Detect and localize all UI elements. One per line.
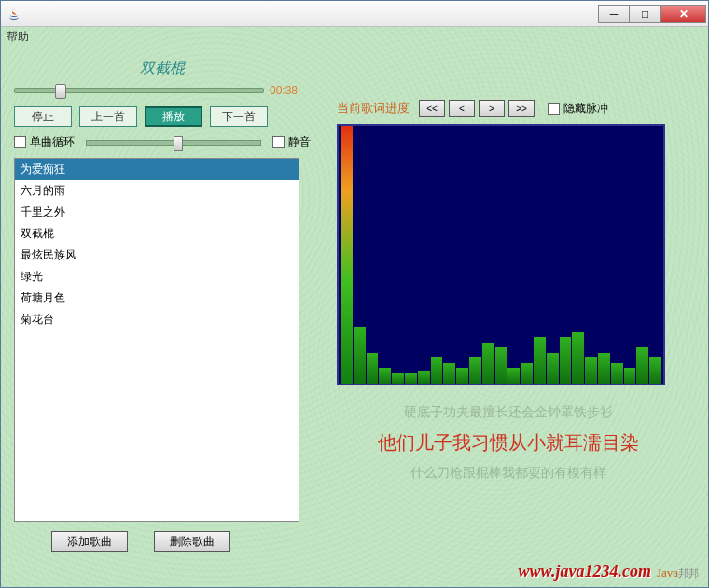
checkbox-icon xyxy=(272,136,285,148)
spectrum-bar xyxy=(534,337,546,384)
minimize-button[interactable]: ─ xyxy=(598,5,630,23)
spectrum-bar xyxy=(507,368,520,384)
playlist-item[interactable]: 千里之外 xyxy=(15,202,299,223)
hide-pulse-label: 隐藏脉冲 xyxy=(563,101,608,117)
hide-pulse-checkbox[interactable]: 隐藏脉冲 xyxy=(548,101,608,117)
playlist-item[interactable]: 六月的雨 xyxy=(15,180,299,202)
spectrum-bar xyxy=(572,332,584,384)
right-pane: 当前歌词进度 << < > >> 隐藏脉冲 硬底子功夫最擅长还会金钟罩铁步衫 他… xyxy=(337,98,680,491)
play-button[interactable]: 播放 xyxy=(145,106,202,127)
volume-slider[interactable] xyxy=(86,140,261,146)
spectrum-bar xyxy=(495,347,507,384)
lyrics-display: 硬底子功夫最擅长还会金钟罩铁步衫 他们儿子我习惯从小就耳濡目染 什么刀枪跟棍棒我… xyxy=(337,404,680,482)
stop-button[interactable]: 停止 xyxy=(14,106,72,127)
watermark-logo-suffix: 邦邦 xyxy=(678,567,699,579)
lyric-prev: 硬底子功夫最擅长还会金钟罩铁步衫 xyxy=(337,404,680,421)
checkbox-icon xyxy=(14,136,26,148)
add-song-button[interactable]: 添加歌曲 xyxy=(51,531,128,552)
mute-label: 静音 xyxy=(288,134,311,150)
spectrum-bar xyxy=(379,368,391,384)
spectrum-bar xyxy=(585,357,597,384)
spectrum-bar xyxy=(341,126,353,384)
spectrum-bar xyxy=(482,343,494,384)
remove-song-button[interactable]: 删除歌曲 xyxy=(154,531,230,552)
playlist-item[interactable]: 双截棍 xyxy=(15,223,299,245)
spectrum-bar xyxy=(560,337,572,384)
spectrum-bar xyxy=(456,368,468,384)
spectrum-bar xyxy=(598,353,610,384)
elapsed-time: 00:38 xyxy=(270,84,311,97)
playlist-item[interactable]: 菊花台 xyxy=(15,309,299,330)
lyric-next: 什么刀枪跟棍棒我都耍的有模有样 xyxy=(337,465,680,482)
titlebar: ─ □ ✕ xyxy=(1,1,708,27)
playlist-item[interactable]: 荷塘月色 xyxy=(15,287,299,309)
left-pane: 双截棍 00:38 停止 上一首 播放 下一首 单曲循环 xyxy=(14,59,311,552)
java-icon xyxy=(7,7,21,21)
lyrics-first-button[interactable]: << xyxy=(419,100,445,117)
lyrics-next-button[interactable]: > xyxy=(479,100,505,117)
loop-checkbox[interactable]: 单曲循环 xyxy=(14,134,75,150)
client-area: 帮助 双截棍 00:38 停止 上一首 播放 下一首 单曲循环 xyxy=(1,27,708,587)
close-button[interactable]: ✕ xyxy=(661,5,706,23)
app-window: ─ □ ✕ 帮助 双截棍 00:38 停止 上一首 播放 下一首 xyxy=(0,0,709,588)
maximize-button[interactable]: □ xyxy=(630,5,661,23)
watermark: www.java1234.com Java邦邦 xyxy=(519,562,699,581)
watermark-url: www.java1234.com xyxy=(519,562,651,581)
playlist-item[interactable]: 为爱痴狂 xyxy=(15,159,299,180)
volume-thumb[interactable] xyxy=(174,136,183,151)
spectrum-bar xyxy=(611,363,623,384)
lyric-current: 他们儿子我习惯从小就耳濡目染 xyxy=(337,430,680,455)
checkbox-icon xyxy=(548,103,560,115)
spectrum-bar xyxy=(547,353,559,384)
spectrum-bar xyxy=(443,363,455,384)
spectrum-bar xyxy=(636,347,648,384)
spectrum-bar xyxy=(418,371,430,384)
lyrics-last-button[interactable]: >> xyxy=(508,100,535,117)
spectrum-bar xyxy=(431,357,443,384)
menu-help[interactable]: 帮助 xyxy=(7,30,29,43)
spectrum-bar xyxy=(354,327,366,384)
spectrum-bar xyxy=(405,373,417,384)
seek-slider[interactable] xyxy=(14,88,264,93)
spectrum-bar xyxy=(521,363,533,384)
spectrum-visualizer xyxy=(337,124,665,385)
loop-label: 单曲循环 xyxy=(30,134,75,150)
playlist-item[interactable]: 最炫民族风 xyxy=(15,245,299,266)
next-button[interactable]: 下一首 xyxy=(210,106,268,127)
spectrum-bar xyxy=(624,368,636,384)
now-playing-title: 双截棍 xyxy=(14,59,311,78)
watermark-logo-prefix: Java xyxy=(657,566,678,580)
spectrum-bar xyxy=(469,357,481,384)
spectrum-bar xyxy=(649,357,661,384)
spectrum-bar xyxy=(367,353,379,384)
playlist-item[interactable]: 绿光 xyxy=(15,266,299,287)
playlist[interactable]: 为爱痴狂六月的雨千里之外双截棍最炫民族风绿光荷塘月色菊花台 xyxy=(14,158,299,522)
prev-button[interactable]: 上一首 xyxy=(79,106,137,127)
mute-checkbox[interactable]: 静音 xyxy=(272,134,311,150)
menubar: 帮助 xyxy=(1,27,708,46)
lyrics-prev-button[interactable]: < xyxy=(449,100,475,117)
spectrum-bar xyxy=(392,373,404,384)
lyrics-title: 当前歌词进度 xyxy=(337,100,410,117)
seek-thumb[interactable] xyxy=(55,84,66,99)
